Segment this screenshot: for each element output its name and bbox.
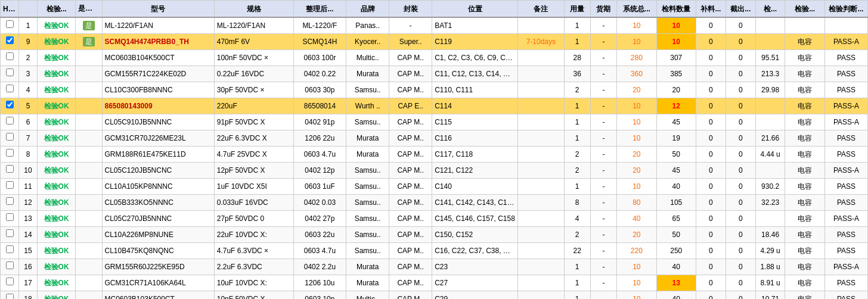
row-spec: 12pF 50VDC X — [214, 163, 293, 179]
row-checkbox-cell[interactable] — [1, 50, 19, 66]
table-row[interactable]: 2检验OKMC0603B104K500CT100nF 50VDC ×0603 1… — [1, 50, 868, 66]
row-judge: PASS-A — [824, 114, 867, 130]
row-checkbox-cell[interactable] — [1, 163, 19, 179]
table-row[interactable]: 16检验OKGRM155R60J225KE95D2.2uF 6.3VDC0402… — [1, 259, 868, 275]
row-checkbox[interactable] — [6, 20, 14, 28]
row-checkbox-cell[interactable] — [1, 130, 19, 147]
row-model: GCM155R71C224KE02D — [102, 66, 214, 82]
row-checkbox[interactable] — [6, 117, 14, 124]
table-row[interactable]: 18检验OKMC0603B103K500CT10nF 50VDC X0603 1… — [1, 291, 868, 300]
col-header-period[interactable]: 货期 — [590, 1, 616, 18]
table-row[interactable]: 12检验OKCL05B333KO5NNNC0.033uF 16VDC0402 0… — [1, 195, 868, 211]
table-row[interactable]: 11检验OKCL10A105KP8NNNC1uF 10VDC X5I0603 1… — [1, 179, 868, 195]
row-sys: 10 — [617, 130, 656, 147]
row-checkbox-cell[interactable] — [1, 227, 19, 243]
row-checkbox-cell[interactable] — [1, 66, 19, 82]
table-row[interactable]: 6检验OKCL05C910JB5NNNC91pF 50VDC X0402 91p… — [1, 114, 868, 130]
row-sup: 0 — [696, 147, 726, 163]
row-pos: C117, C118 — [432, 147, 518, 163]
table-row[interactable]: 17检验OKGCM31CR71A106KA64L10uF 10VDC X:120… — [1, 275, 868, 291]
table-row[interactable]: 13检验OKCL05C270JB5NNNC27pF 50VDC 00402 27… — [1, 211, 868, 227]
col-header-brand[interactable]: 品牌 — [346, 1, 389, 18]
row-checkbox[interactable] — [6, 101, 14, 108]
row-id: 9 — [19, 34, 38, 50]
col-header-after[interactable]: 整理后... — [293, 1, 346, 18]
row-pkg: CAP M.. — [389, 195, 432, 211]
table-row[interactable]: 4检验OKCL10C300FB8NNNC30pF 50VDC ×0603 30p… — [1, 82, 868, 98]
col-header-inspect[interactable]: 检验... — [38, 1, 76, 18]
row-chk: 95.51 — [755, 50, 785, 66]
row-sup: 0 — [696, 195, 726, 211]
row-checkbox-cell[interactable] — [1, 243, 19, 259]
table-row[interactable]: 9检验OK是SCMQ14H474PRBB0_TH470mF 6VSCMQ14HK… — [1, 34, 868, 50]
row-checkbox[interactable] — [6, 133, 14, 141]
row-checkbox[interactable] — [6, 261, 14, 269]
row-checkbox-cell[interactable] — [1, 259, 19, 275]
table-row[interactable]: 14检验OKCL10A226MP8NUNE22uF 10VDC X:0603 2… — [1, 227, 868, 243]
col-header-cut[interactable]: 截出... — [726, 1, 755, 18]
row-brand: Samsu.. — [346, 163, 389, 179]
row-checkbox[interactable] — [6, 213, 14, 221]
col-header-note[interactable]: 备注 — [518, 1, 565, 18]
row-chkqty: 40 — [656, 291, 696, 300]
row-checkbox-cell[interactable] — [1, 82, 19, 98]
row-checkbox[interactable] — [6, 149, 14, 157]
row-sys: 20 — [617, 227, 656, 243]
row-model: CL10A226MP8NUNE — [102, 227, 214, 243]
row-checkbox-cell[interactable] — [1, 275, 19, 291]
row-note — [518, 163, 565, 179]
row-pos: C116 — [432, 130, 518, 147]
row-checkbox[interactable] — [6, 68, 14, 76]
row-checkbox-cell[interactable] — [1, 98, 19, 114]
col-header-spec[interactable]: 规格 — [214, 1, 293, 18]
row-checkbox-cell[interactable] — [1, 179, 19, 195]
col-header-judge[interactable]: 检验判断... — [824, 1, 867, 18]
table-row[interactable]: 10检验OKCL05C120JB5NCNC12pF 50VDC X0402 12… — [1, 163, 868, 179]
row-checkbox-cell[interactable] — [1, 291, 19, 300]
row-checkbox[interactable] — [6, 52, 14, 60]
row-checkbox-cell[interactable] — [1, 34, 19, 50]
col-header-model[interactable]: 型号 — [102, 1, 214, 18]
row-checkbox-cell[interactable] — [1, 114, 19, 130]
col-header-qty[interactable]: 用量 — [564, 1, 590, 18]
col-header-sys[interactable]: 系统总... — [617, 1, 656, 18]
row-id: 5 — [19, 98, 38, 114]
table-row[interactable]: 1检验OK是ML-1220/F1ANML-1220/F1ANML-1220/FP… — [1, 17, 868, 34]
row-inspect: 检验OK — [38, 179, 76, 195]
row-inspect: 检验OK — [38, 50, 76, 66]
table-row[interactable]: 7检验OKGCM31CR70J226ME23L22uF 6.3VDC X1206… — [1, 130, 868, 147]
row-checkbox-cell[interactable] — [1, 211, 19, 227]
row-checkbox-cell[interactable] — [1, 195, 19, 211]
row-checkbox[interactable] — [6, 229, 14, 237]
table-row[interactable]: 5检验OK865080143009220uF86508014Wurth ..CA… — [1, 98, 868, 114]
col-header-chk2[interactable]: 检验... — [785, 1, 824, 18]
row-sup: 0 — [696, 243, 726, 259]
col-header-isit[interactable]: 是否...▼ — [76, 1, 102, 18]
row-checkbox[interactable] — [6, 197, 14, 205]
table-row[interactable]: 3检验OKGCM155R71C224KE02D0.22uF 16VDC0402 … — [1, 66, 868, 82]
row-pkg: CAP M.. — [389, 82, 432, 98]
row-checkbox-cell[interactable] — [1, 17, 19, 34]
row-qty: 1 — [564, 259, 590, 275]
row-inspect: 检验OK — [38, 195, 76, 211]
table-row[interactable]: 8检验OKGRM188R61E475KE11D4.7uF 25VDC X0603… — [1, 147, 868, 163]
row-checkbox[interactable] — [6, 245, 14, 253]
col-header-chkqty[interactable]: 检料数量 — [656, 1, 696, 18]
row-checkbox[interactable] — [6, 85, 14, 92]
row-inspect: 检验OK — [38, 291, 76, 300]
row-note — [518, 291, 565, 300]
row-checkbox[interactable] — [6, 294, 14, 299]
table-row[interactable]: 15检验OKCL10B475KQ8NQNC4.7uF 6.3VDC ×0603 … — [1, 243, 868, 259]
col-header-chk[interactable]: 检... — [755, 1, 785, 18]
row-checkbox[interactable] — [6, 165, 14, 173]
row-checkbox[interactable] — [6, 181, 14, 189]
row-checkbox-cell[interactable] — [1, 147, 19, 163]
row-chkqty: 10 — [656, 17, 696, 34]
row-model: SCMQ14H474PRBB0_TH — [102, 34, 214, 50]
col-header-pos[interactable]: 位置 — [432, 1, 518, 18]
col-header-sup[interactable]: 补料... — [696, 1, 726, 18]
row-checkbox[interactable] — [6, 278, 14, 285]
row-checkbox[interactable] — [6, 36, 14, 44]
col-header-pkg[interactable]: 封装 — [389, 1, 432, 18]
row-sup: 0 — [696, 50, 726, 66]
